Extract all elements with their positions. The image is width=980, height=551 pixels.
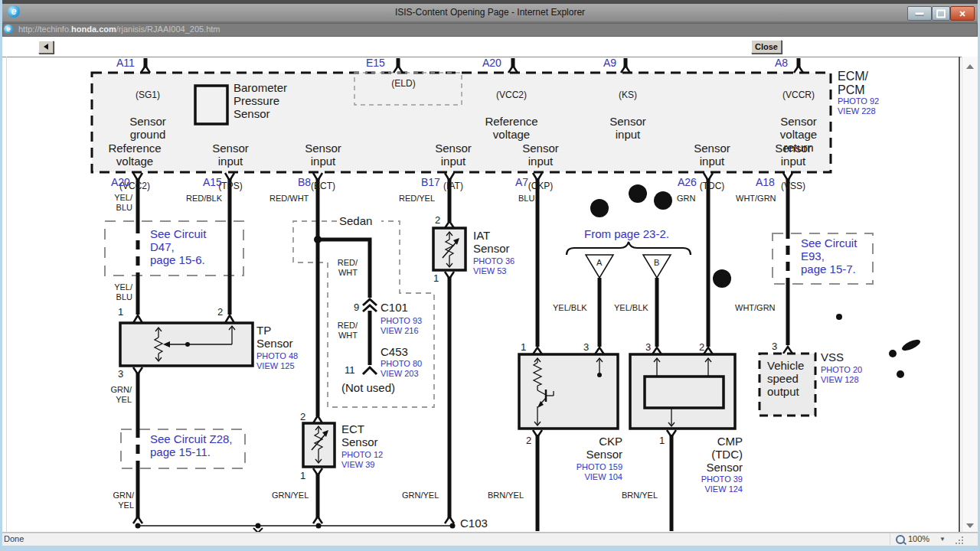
status-text: Done — [4, 534, 24, 543]
cmp-name: CMP (TDC) Sensor — [706, 435, 743, 474]
wire-color-iat-ground: GRN/YEL — [402, 491, 439, 500]
iat-photo-link[interactable]: PHOTO 36 — [473, 256, 514, 266]
ckp-pin3: 3 — [583, 342, 589, 353]
tp-pin2: 2 — [217, 307, 223, 318]
cmp-view-link[interactable]: VIEW 124 — [704, 484, 743, 494]
frame-right-border — [959, 57, 960, 532]
wire-color-b8: RED/WHT — [270, 194, 309, 204]
back-button[interactable] — [38, 41, 54, 54]
maximize-icon — [936, 9, 946, 18]
wire-color-a26: GRN — [677, 194, 695, 204]
ecm-func-ect: Sensor input (ECT) — [305, 128, 341, 206]
pin-label-a11: A11 — [116, 57, 135, 69]
wire-color-a18-2: WHT/GRN — [735, 303, 776, 313]
ecm-func-tdc: Sensor input (TDC) — [694, 128, 730, 206]
ect-pin2: 2 — [300, 412, 305, 422]
c101-photo-link[interactable]: PHOTO 93 — [381, 316, 422, 326]
vss-box-label: Vehicle speed output — [767, 359, 804, 398]
note-from-page[interactable]: From page 23-2. — [584, 227, 669, 240]
zoom-level[interactable]: 100% — [908, 534, 929, 543]
wire-color-a18: WHT/GRN — [736, 194, 776, 204]
close-page-button[interactable]: Close — [751, 40, 782, 54]
ecm-func-ks: (KS) Sensor input — [609, 77, 646, 155]
c453-name: C453 — [381, 345, 408, 358]
wire-color-b17: RED/YEL — [399, 194, 435, 204]
wire-color-ect-ground: GRN/YEL — [272, 491, 309, 500]
scroll-down-icon[interactable] — [966, 523, 974, 528]
tp-photo-link[interactable]: PHOTO 48 — [256, 351, 298, 361]
iat-view-link[interactable]: VIEW 53 — [473, 266, 506, 276]
url-prefix: http://techinfo. — [18, 24, 71, 34]
c453-view-link[interactable]: VIEW 203 — [381, 369, 419, 379]
c453-photo-link[interactable]: PHOTO 80 — [381, 359, 422, 369]
page-toolbar — [0, 37, 980, 57]
maximize-button[interactable] — [932, 6, 950, 21]
tp-pin3: 3 — [118, 369, 123, 380]
vss-photo-link[interactable]: PHOTO 20 — [821, 365, 862, 375]
ecm-photo-link[interactable]: PHOTO 92 — [838, 96, 879, 106]
c101-view-link[interactable]: VIEW 216 — [381, 326, 419, 336]
minimize-button[interactable] — [907, 6, 932, 21]
sedan-label: Sedan — [339, 214, 372, 227]
c101-pin: 9 — [354, 302, 359, 313]
scroll-up-icon[interactable] — [966, 64, 974, 69]
pin-label-a9: A9 — [603, 57, 616, 69]
note-z28[interactable]: See Circuit Z28, page 15-11. — [150, 432, 233, 458]
triangle-a-letter: A — [596, 258, 602, 268]
resize-grip[interactable] — [954, 536, 963, 544]
pin-label-b8: B8 — [298, 177, 311, 188]
cmp-pin2: 2 — [699, 342, 704, 353]
ecm-func-eld: (ELD) — [391, 79, 415, 90]
back-arrow-icon — [44, 44, 48, 50]
note-d47[interactable]: See Circuit D47, page 15-6. — [150, 227, 206, 266]
close-icon: ✕ — [959, 9, 965, 18]
ect-pin1: 1 — [300, 471, 305, 481]
ckp-photo-link[interactable]: PHOTO 159 — [577, 462, 622, 472]
pin-label-a7: A7 — [515, 177, 528, 188]
wire-color-tp-ground-2: GRN/ YEL — [108, 491, 134, 510]
tp-view-link[interactable]: VIEW 125 — [256, 361, 295, 371]
note-e93[interactable]: See Circuit E93, page 15-7. — [801, 236, 857, 276]
wire-color-tri-a: YEL/BLK — [553, 303, 587, 313]
wire-color-cmp-ground: BRN/YEL — [622, 491, 658, 500]
cmp-inner-element — [645, 377, 724, 408]
barometer-box — [195, 86, 227, 124]
wire-color-a20: YEL/ BLU — [108, 193, 132, 212]
ecm-func-iat: Sensor input (IAT) — [435, 128, 472, 206]
vss-view-link[interactable]: VIEW 128 — [821, 375, 859, 385]
minimize-icon — [916, 12, 924, 15]
cmp-photo-link[interactable]: PHOTO 39 — [701, 474, 743, 484]
barometer-label: Barometer Pressure Sensor — [234, 81, 287, 120]
zoom-dropdown-icon[interactable]: ▼ — [939, 536, 946, 543]
ckp-view-link[interactable]: VIEW 104 — [584, 472, 622, 482]
from-page-brace — [567, 242, 691, 255]
ink-blobs — [590, 184, 922, 378]
ckp-dot — [597, 373, 602, 377]
pin-label-a20-top: A20 — [482, 57, 501, 69]
ect-view-link[interactable]: VIEW 39 — [341, 460, 374, 470]
ect-photo-link[interactable]: PHOTO 12 — [341, 450, 383, 460]
vertical-scrollbar[interactable] — [962, 57, 978, 532]
ect-name: ECT Sensor — [341, 422, 378, 448]
wire-color-tri-b: YEL/BLK — [614, 303, 648, 313]
iat-name: IAT Sensor — [473, 229, 510, 255]
window-bottom-border — [0, 546, 980, 551]
triangle-b-letter: B — [654, 258, 659, 268]
ecm-view-link[interactable]: VIEW 228 — [838, 106, 876, 116]
wire-color-a15: RED/BLK — [186, 194, 222, 204]
pin-label-a20: A20 — [111, 177, 130, 188]
close-window-button[interactable]: ✕ — [950, 6, 975, 21]
wire-color-a7: BLU — [518, 194, 534, 204]
status-bar — [0, 533, 980, 546]
url-text: http://techinfo.honda.com/rjanisis/RJAAI… — [18, 24, 220, 34]
c103-name: C103 — [460, 517, 488, 530]
iat-pin1: 1 — [433, 273, 439, 284]
vss-pin3: 3 — [772, 341, 777, 352]
wire-color-branch-1: RED/ WHT — [332, 258, 358, 277]
window-title: ISIS-Content Opening Page - Internet Exp… — [0, 7, 980, 18]
ecm-top-pin-symbols — [141, 58, 803, 73]
frame-left-border — [6, 57, 7, 532]
ckp-pin2: 2 — [526, 435, 531, 446]
ckp-pin1: 1 — [521, 342, 526, 353]
pin-label-b17: B17 — [421, 177, 440, 188]
